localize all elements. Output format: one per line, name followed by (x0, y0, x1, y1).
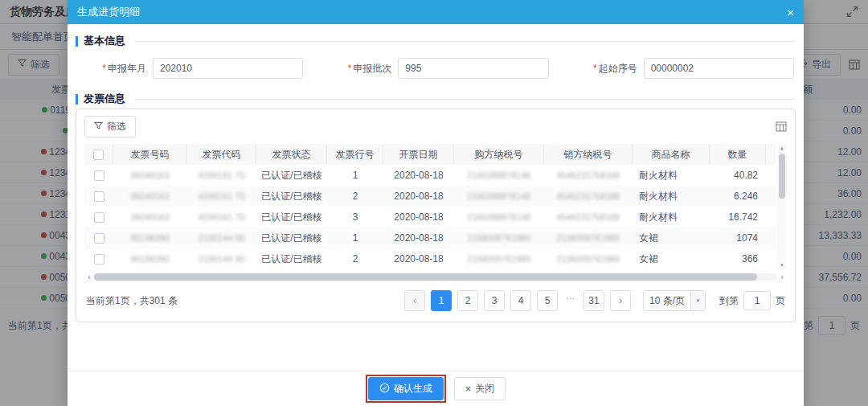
scroll-up-icon[interactable]: ▴ (780, 144, 784, 152)
redacted-value: 2158009761989 (468, 255, 531, 264)
cell-date: 2020-08-18 (383, 186, 454, 207)
table-row: 360491634200161 70已认证/已稽核22020-08-182160… (84, 186, 776, 207)
goto-unit: 页 (776, 294, 785, 308)
invoice-filter-button[interactable]: 筛选 (84, 116, 136, 137)
cell-seller_tax_redacted: 4546231758188 (544, 165, 633, 186)
horizontal-scrollbar-thumb[interactable] (94, 273, 757, 281)
redacted-value: 2160388878148 (468, 213, 531, 222)
redacted-value: 36049163 (131, 171, 170, 180)
cell-product: 女裙 (633, 248, 710, 269)
invoice-panel-toolbar: 筛选 (84, 116, 787, 137)
field-declare-period: *申报年月 (76, 58, 303, 79)
row-checkbox[interactable] (94, 212, 104, 223)
invoice-panel: 筛选 发票号码发票代码发票状态发票行号开票日期购方纳税号销方纳税号商品名称数量计… (76, 109, 796, 322)
cell-buyer_tax_redacted: 2160388878148 (454, 186, 544, 207)
cell-product: 女裙 (633, 228, 710, 248)
row-checkbox[interactable] (94, 191, 104, 202)
cell-date: 2020-08-18 (383, 207, 454, 228)
page-button-1[interactable]: 1 (431, 290, 452, 311)
section-divider (135, 41, 796, 42)
row-checkbox[interactable] (94, 254, 104, 265)
cell-product: 耐火材料 (633, 165, 710, 186)
basic-info-fields: *申报年月 *申报批次 *起始序号 (76, 58, 796, 79)
cell-qty: 40.82 (710, 165, 766, 186)
cell-product: 耐火材料 (633, 186, 710, 207)
cell-invoice_code_redacted: 4200161 70 (187, 207, 256, 228)
cell-qty: 16.742 (710, 207, 766, 228)
start-serial-input[interactable] (644, 58, 794, 79)
page-button-3[interactable]: 3 (484, 290, 505, 311)
column-header: 开票日期 (383, 144, 454, 165)
row-checkbox[interactable] (94, 170, 104, 181)
scroll-down-icon[interactable]: ▾ (780, 261, 784, 269)
cell-seller_tax_redacted: 2136009761989 (544, 248, 633, 269)
redacted-value: 4200161 70 (199, 213, 245, 222)
next-page-button[interactable]: › (610, 290, 631, 311)
declare-period-input[interactable] (153, 58, 303, 79)
scroll-left-icon[interactable]: ‹ (84, 272, 94, 281)
redacted-value: 4546231758188 (557, 171, 620, 180)
horizontal-scrollbar[interactable]: ‹ › (84, 272, 787, 281)
generate-purchase-detail-modal: 生成进货明细 × 基本信息 *申报年月 *申报批次 *起始序号 发票信 (68, 0, 804, 406)
cell-invoice_code_redacted: 2100144 90 (187, 248, 256, 269)
cell-invoice_code_redacted: 2100144 90 (187, 228, 256, 248)
cell-tax (766, 186, 776, 207)
page-button-5[interactable]: 5 (537, 290, 558, 311)
cell-invoice_no_redacted: 90198390 (113, 228, 187, 248)
field-declare-batch: *申报批次 (321, 58, 548, 79)
section-accent-bar (76, 36, 78, 47)
cell-invoice_no_redacted: 36049163 (113, 165, 187, 186)
cell-qty: 366 (710, 248, 766, 269)
page-button-4[interactable]: 4 (510, 290, 531, 311)
invoice-pagination: 当前第1页，共301 条 ‹ 12345…31 › 10 条/页 ▾ 到第 页 (84, 283, 787, 318)
annotation-highlight-box: 确认生成 (366, 375, 446, 403)
invoice-table-body: 360491634200161 70已认证/已稽核12020-08-182160… (84, 165, 776, 269)
invoice-info-title: 发票信息 (84, 92, 125, 106)
redacted-value: 2136009761989 (557, 234, 620, 243)
column-settings-icon[interactable] (776, 121, 787, 132)
invoice-table-viewport: 发票号码发票代码发票状态发票行号开票日期购方纳税号销方纳税号商品名称数量计税 3… (84, 144, 776, 269)
page-button-31[interactable]: 31 (583, 290, 604, 311)
redacted-value: 36049163 (131, 213, 170, 222)
funnel-icon (94, 121, 103, 133)
cell-buyer_tax_redacted: 2160388878148 (454, 207, 544, 228)
redacted-value: 4200161 70 (199, 192, 245, 201)
prev-page-button[interactable]: ‹ (404, 290, 425, 311)
page-button-2[interactable]: 2 (457, 290, 478, 311)
select-all-checkbox[interactable] (93, 150, 104, 160)
cell-line_no: 1 (327, 228, 383, 248)
modal-title: 生成进货明细 (77, 5, 140, 19)
table-row: 901983902100144 90已认证/已稽核12020-08-182158… (84, 228, 776, 248)
cell-buyer_tax_redacted: 2160388878148 (454, 165, 544, 186)
column-header: 商品名称 (633, 144, 710, 165)
vertical-scrollbar[interactable]: ▴ ▾ (777, 144, 787, 269)
cell-invoice_no_redacted: 90198390 (113, 248, 187, 269)
close-x-icon: × (465, 383, 472, 394)
scroll-right-icon[interactable]: › (777, 272, 787, 281)
cell-qty: 6.246 (710, 186, 766, 207)
vertical-scrollbar-thumb[interactable] (779, 154, 785, 199)
close-button[interactable]: × 关闭 (454, 377, 506, 400)
cell-invoice_code_redacted: 4200161 70 (187, 165, 256, 186)
cell-product: 耐火材料 (633, 207, 710, 228)
goto-label: 到第 (719, 294, 739, 308)
modal-body: 基本信息 *申报年月 *申报批次 *起始序号 发票信息 (68, 24, 804, 371)
redacted-value: 2100144 90 (199, 255, 245, 264)
column-header: 发票状态 (256, 144, 327, 165)
redacted-value: 90198390 (131, 234, 170, 243)
pagination-summary: 当前第1页，共301 条 (86, 294, 178, 308)
close-icon[interactable]: × (787, 6, 794, 18)
row-checkbox[interactable] (94, 233, 104, 244)
column-header: 发票号码 (113, 144, 187, 165)
confirm-generate-button[interactable]: 确认生成 (368, 377, 444, 400)
declare-batch-input[interactable] (398, 58, 548, 79)
goto-page-input[interactable] (743, 291, 771, 310)
cell-date: 2020-08-18 (383, 228, 454, 248)
select-all-cell (84, 144, 113, 165)
redacted-value: 2136009761989 (557, 255, 620, 264)
column-header: 发票行号 (327, 144, 383, 165)
page-size-select[interactable]: 10 条/页 ▾ (643, 290, 706, 311)
chevron-down-icon: ▾ (690, 291, 705, 310)
cell-tax (766, 248, 776, 269)
cell-seller_tax_redacted: 4546231758188 (544, 207, 633, 228)
